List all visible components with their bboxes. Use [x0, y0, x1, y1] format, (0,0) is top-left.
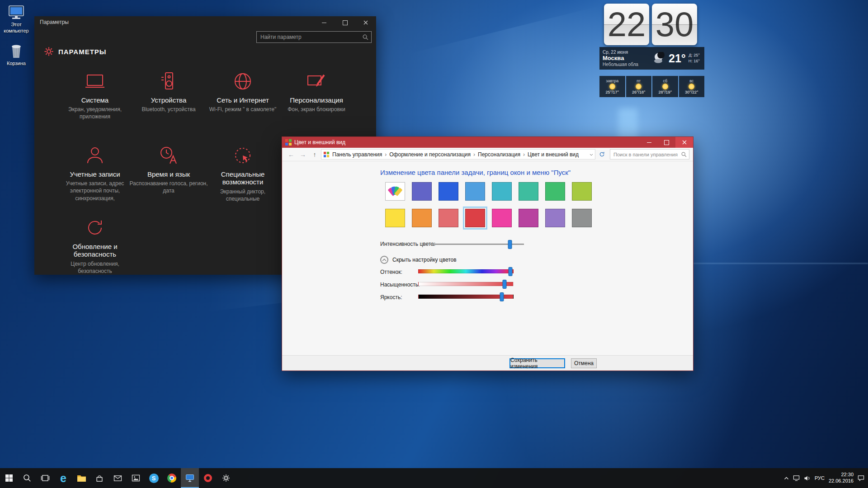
task-view-button[interactable] [36, 468, 54, 488]
close-button[interactable] [355, 16, 376, 29]
intensity-slider-handle[interactable] [508, 240, 512, 249]
desktop-icon-recycle-bin[interactable]: Корзина [0, 42, 33, 67]
close-button[interactable] [675, 137, 693, 148]
address-dropdown-button[interactable] [590, 151, 593, 158]
refresh-button[interactable] [596, 149, 607, 160]
forecast-temps: 26°/18° [632, 90, 646, 94]
brightness-slider[interactable] [418, 295, 514, 299]
mail-button[interactable] [108, 468, 127, 488]
color-swatch[interactable] [545, 182, 565, 201]
address-bar[interactable]: Панель управления Оформление и персонали… [321, 149, 595, 160]
breadcrumb-item[interactable]: Персонализация [477, 151, 521, 158]
tray-time: 22:30 [829, 472, 854, 478]
up-button[interactable]: ↑ [309, 149, 320, 160]
cpl-caption-buttons [640, 137, 693, 148]
forecast-cell: вс 30°/22° [679, 76, 705, 97]
color-swatch[interactable] [385, 209, 405, 227]
tray-language-indicator[interactable]: РУС [815, 475, 825, 481]
opera-button[interactable] [199, 468, 217, 488]
chrome-button[interactable] [163, 468, 181, 488]
weather-condition: Небольшая обла [603, 62, 648, 67]
tray-expand-button[interactable] [784, 476, 789, 480]
settings-tile-system[interactable]: Система Экран, уведомления, приложения [55, 70, 135, 121]
taskbar-search-button[interactable] [18, 468, 36, 488]
forward-button[interactable]: → [297, 149, 308, 160]
cancel-button[interactable]: Отмена [571, 358, 597, 368]
tray-clock[interactable]: 22:30 22.06.2016 [829, 472, 854, 484]
settings-tile-ease-of-access[interactable]: Специальные возможности Экранный диктор,… [203, 144, 283, 202]
color-swatch-automatic[interactable] [385, 182, 405, 201]
minimize-button[interactable] [640, 137, 658, 148]
save-changes-button[interactable]: Сохранить изменения [509, 358, 565, 368]
color-swatch[interactable] [492, 209, 512, 227]
settings-search-input[interactable] [259, 33, 363, 41]
update-icon [55, 216, 135, 239]
color-swatch[interactable] [545, 209, 565, 227]
action-center-button[interactable] [858, 475, 864, 481]
store-button[interactable] [90, 468, 108, 488]
settings-tile-update-security[interactable]: Обновление и безопасность Центр обновлен… [55, 216, 135, 275]
color-swatch[interactable] [519, 209, 538, 227]
color-swatch[interactable] [519, 182, 538, 201]
tile-subtitle: Фон, экран блокировки [276, 106, 357, 113]
hue-slider-handle[interactable] [508, 267, 512, 276]
settings-tile-personalization[interactable]: Персонализация Фон, экран блокировки [276, 70, 357, 113]
color-swatch[interactable] [572, 209, 592, 227]
intensity-slider[interactable] [429, 244, 524, 245]
gear-icon [222, 474, 231, 483]
tray-volume-button[interactable] [804, 475, 811, 481]
settings-tile-accounts[interactable]: Учетные записи Учетные записи, адрес эле… [55, 144, 135, 202]
clock-language-icon [128, 144, 209, 167]
color-swatch[interactable] [439, 209, 458, 227]
back-icon: ← [288, 151, 294, 158]
breadcrumb-item[interactable]: Цвет и внешний вид [527, 151, 580, 158]
skype-button[interactable]: S [145, 468, 163, 488]
settings-app-button[interactable] [217, 468, 235, 488]
cpl-search-input[interactable] [613, 151, 681, 158]
cpl-window-title: Цвет и внешний вид [294, 139, 345, 145]
color-swatch[interactable] [412, 209, 432, 227]
start-button[interactable] [0, 468, 18, 488]
minimize-button[interactable] [314, 16, 335, 29]
saturation-slider[interactable] [418, 282, 514, 286]
breadcrumb-item[interactable]: Панель управления [331, 151, 383, 158]
weather-minmax: Д: 25° Н: 16° [689, 52, 702, 65]
cpl-titlebar[interactable]: Цвет и внешний вид [282, 137, 693, 148]
color-swatch[interactable] [439, 182, 458, 201]
desktop-icon-this-pc[interactable]: Этот компьютер [0, 4, 33, 34]
settings-window-title: Параметры [40, 19, 69, 25]
forecast-cell: пт 26°/18° [626, 76, 652, 97]
weather-city: Москва [603, 55, 650, 62]
settings-titlebar[interactable]: Параметры [34, 16, 376, 30]
settings-tile-time-language[interactable]: Время и язык Распознавание голоса, регио… [128, 144, 209, 195]
settings-tile-devices[interactable]: Устройства Bluetooth, устройства [128, 70, 209, 113]
hue-slider[interactable] [418, 269, 514, 273]
personalization-window-button[interactable] [181, 468, 199, 488]
hide-color-mixer-toggle[interactable]: Скрыть настройку цветов [380, 256, 457, 264]
edge-button[interactable]: e [54, 468, 72, 488]
color-swatch[interactable] [412, 182, 432, 201]
speaker-icon [804, 475, 811, 481]
maximize-button[interactable] [335, 16, 355, 29]
breadcrumb-item[interactable]: Оформление и персонализация [388, 151, 472, 158]
file-explorer-button[interactable] [72, 468, 90, 488]
back-button[interactable]: ← [286, 149, 297, 160]
color-swatch[interactable] [465, 182, 485, 201]
color-swatch[interactable] [572, 182, 592, 201]
maximize-button[interactable] [658, 137, 675, 148]
tile-title: Система [55, 96, 135, 104]
tile-title: Время и язык [128, 170, 209, 178]
color-swatch-selected[interactable] [465, 209, 485, 227]
tray-network-button[interactable] [793, 475, 800, 481]
skype-icon: S [149, 474, 159, 483]
color-swatch[interactable] [492, 182, 512, 201]
minimize-icon [647, 142, 651, 143]
settings-tile-network[interactable]: Сеть и Интернет Wi-Fi, режим " в самолет… [203, 70, 283, 113]
saturation-slider-handle[interactable] [503, 280, 507, 289]
photos-button[interactable] [127, 468, 145, 488]
minimize-icon [322, 23, 326, 23]
brightness-slider-handle[interactable] [500, 292, 504, 301]
tile-subtitle: Учетные записи, адрес электронной почты,… [55, 180, 135, 202]
devices-icon [128, 70, 209, 93]
weather-high: Д: 25° [689, 52, 700, 59]
